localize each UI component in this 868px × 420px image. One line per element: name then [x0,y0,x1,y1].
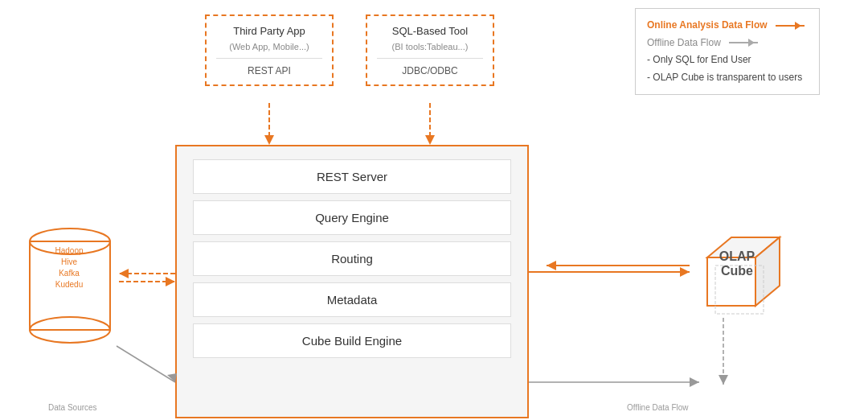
legend-offline-text: Offline Data Flow [647,35,721,52]
offline-arrow-icon [729,42,758,43]
cube-build-engine-row: Cube Build Engine [193,323,511,358]
bottom-offline-label: Offline Data Flow [627,403,689,412]
metadata-label: Metadata [327,293,378,307]
olap-line2: Cube [693,264,781,278]
jdbc-odbc-label: JDBC/ODBC [377,58,483,76]
rest-server-row: REST Server [193,159,511,194]
svg-marker-12 [680,267,690,277]
db-line3: Kafka [29,268,109,279]
third-party-box: Third Party App (Web App, Mobile...) RES… [205,14,334,86]
olap-label: OLAP Cube [693,249,781,278]
query-engine-label: Query Engine [315,211,389,224]
db-line4: Kudedu [29,279,109,290]
metadata-row: Metadata [193,282,511,317]
rest-api-label: REST API [216,58,322,76]
svg-marker-24 [719,375,728,385]
database-label: Hadoop Hive Kafka Kudedu [29,245,109,290]
legend-online: Online Analysis Data Flow [647,17,808,35]
main-center-box: REST Server Query Engine Routing Metadat… [175,145,529,418]
diagram: Online Analysis Data Flow Offline Data F… [0,0,868,420]
bottom-source-label: Data Sources [48,403,97,412]
legend-online-text: Online Analysis Data Flow [647,17,768,35]
svg-marker-16 [119,269,129,278]
svg-line-19 [117,346,175,382]
query-engine-row: Query Engine [193,200,511,235]
legend-only-sql: - Only SQL for End User [647,51,808,69]
legend-box: Online Analysis Data Flow Offline Data F… [635,8,820,95]
svg-marker-10 [425,135,435,145]
svg-marker-18 [166,277,175,286]
sql-tool-title: SQL-Based Tool [377,24,483,39]
third-party-subtitle: (Web App, Mobile...) [216,42,322,51]
svg-marker-14 [547,261,556,270]
online-arrow-icon [776,25,805,27]
sql-tool-box: SQL-Based Tool (BI tools:Tableau...) JDB… [366,14,494,86]
db-line1: Hadoop [29,245,109,257]
legend-olap-transparent: - OLAP Cube is transparent to users [647,69,808,87]
cube-build-engine-label: Cube Build Engine [302,334,402,348]
legend-offline: Offline Data Flow [647,35,808,52]
svg-marker-22 [690,377,699,387]
svg-marker-8 [264,135,274,145]
routing-label: Routing [331,252,373,266]
db-line2: Hive [29,257,109,268]
routing-row: Routing [193,241,511,276]
olap-line1: OLAP [693,249,781,264]
sql-tool-subtitle: (BI tools:Tableau...) [377,42,483,51]
rest-server-label: REST Server [317,170,387,183]
third-party-title: Third Party App [216,24,322,39]
